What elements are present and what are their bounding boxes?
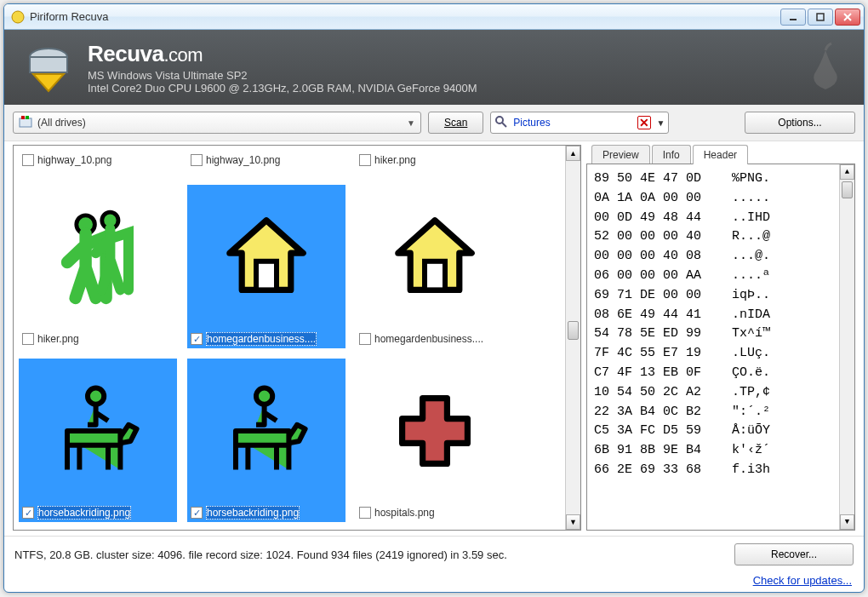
file-thumbnail[interactable]: hospitals.png xyxy=(356,359,514,522)
file-thumbnail[interactable]: hiker.png xyxy=(19,185,177,348)
hex-line: 66 2E 69 33 68 f.i3h xyxy=(594,461,848,480)
scroll-track[interactable] xyxy=(840,180,854,514)
scroll-thumb[interactable] xyxy=(842,181,853,198)
drive-icon xyxy=(19,115,32,131)
close-button[interactable] xyxy=(835,9,860,26)
hex-line: C7 4F 13 EB 0F ÇO.ë. xyxy=(594,364,848,383)
file-name: hiker.png xyxy=(374,154,416,166)
hex-viewer[interactable]: 89 50 4E 47 0D %PNG.0A 1A 0A 00 00 .....… xyxy=(586,164,855,531)
file-checkbox[interactable] xyxy=(191,154,203,166)
svg-rect-7 xyxy=(20,118,31,127)
file-label: ✓ homegardenbusiness.... xyxy=(187,330,345,348)
check-updates-link[interactable]: Check for updates... xyxy=(753,574,852,587)
thumbnail-image xyxy=(356,359,514,503)
file-thumbnail[interactable]: ✓ homegardenbusiness.... xyxy=(187,185,345,348)
scroll-thumb[interactable] xyxy=(568,321,579,340)
file-checkbox[interactable] xyxy=(22,333,34,345)
hex-line: 89 50 4E 47 0D %PNG. xyxy=(594,169,848,189)
file-label: ✓ horsebackriding.png xyxy=(187,503,345,522)
hex-line: 7F 4C 55 E7 19 .LUç. xyxy=(594,344,848,364)
file-name: hiker.png xyxy=(37,333,79,345)
scroll-down-button[interactable]: ▼ xyxy=(566,514,580,530)
results-panel: highway_10.png highway_10.png hiker.png … xyxy=(13,145,581,531)
file-name: horsebackriding.png xyxy=(206,506,300,520)
search-icon xyxy=(494,115,508,131)
file-thumbnail[interactable]: ✓ horsebackriding.png xyxy=(19,359,177,522)
app-window: Piriform Recuva Recuva.com MS Windows Vi… xyxy=(3,3,865,593)
file-thumbnail[interactable]: hiker.png xyxy=(356,151,514,175)
clear-filter-icon[interactable]: ✕ xyxy=(637,116,651,129)
scan-button[interactable]: Scan xyxy=(428,112,483,134)
toolbar: (All drives) ▼ Scan Pictures ✕ ▼ Options… xyxy=(4,105,864,141)
file-name: highway_10.png xyxy=(37,154,111,166)
detail-panel: Preview Info Header 89 50 4E 47 0D %PNG.… xyxy=(586,145,855,531)
file-thumbnail[interactable]: ✓ horsebackriding.png xyxy=(187,359,345,522)
hex-line: 69 71 DE 00 00 iqÞ.. xyxy=(594,286,848,306)
svg-rect-8 xyxy=(21,116,25,119)
file-name: highway_10.png xyxy=(206,154,280,166)
hex-line: 54 78 5E ED 99 Tx^í™ xyxy=(594,324,848,344)
scrollbar[interactable]: ▲ ▼ xyxy=(565,146,580,530)
svg-rect-6 xyxy=(30,57,67,72)
file-label: hospitals.png xyxy=(356,503,514,522)
file-checkbox[interactable]: ✓ xyxy=(22,507,34,519)
file-name: hospitals.png xyxy=(374,507,435,519)
file-name: horsebackriding.png xyxy=(37,506,131,520)
main-area: highway_10.png highway_10.png hiker.png … xyxy=(4,141,864,536)
thumbnail-image xyxy=(187,359,345,503)
title-bar: Piriform Recuva xyxy=(4,4,864,30)
svg-rect-9 xyxy=(26,116,29,119)
hex-scrollbar[interactable]: ▲ ▼ xyxy=(839,164,854,530)
file-checkbox[interactable] xyxy=(22,154,34,166)
minimize-button[interactable] xyxy=(780,9,806,26)
svg-point-0 xyxy=(12,11,24,23)
maximize-button[interactable] xyxy=(808,9,833,26)
file-checkbox[interactable]: ✓ xyxy=(191,333,203,345)
drive-label: (All drives) xyxy=(37,117,407,129)
piriform-pear-icon xyxy=(804,42,847,93)
chevron-down-icon[interactable]: ▼ xyxy=(656,118,665,128)
detail-tabs: Preview Info Header xyxy=(586,145,855,164)
hex-line: 0A 1A 0A 00 00 ..... xyxy=(594,189,848,209)
thumbnail-grid[interactable]: highway_10.png highway_10.png hiker.png … xyxy=(14,146,580,530)
file-label: hiker.png xyxy=(356,151,514,169)
options-button[interactable]: Options... xyxy=(745,112,855,134)
hex-line: 6B 91 8B 9E B4 k'‹ž´ xyxy=(594,441,848,461)
file-label: highway_10.png xyxy=(187,151,345,169)
file-checkbox[interactable] xyxy=(359,154,371,166)
brand-name: Recuva xyxy=(88,41,164,66)
file-checkbox[interactable]: ✓ xyxy=(191,507,203,519)
tab-header[interactable]: Header xyxy=(693,145,748,164)
chevron-down-icon: ▼ xyxy=(407,118,415,128)
filter-box[interactable]: Pictures ✕ ▼ xyxy=(490,112,669,134)
drive-selector[interactable]: (All drives) ▼ xyxy=(13,112,421,134)
tab-preview[interactable]: Preview xyxy=(591,145,650,164)
file-checkbox[interactable] xyxy=(359,333,371,345)
hex-line: 00 0D 49 48 44 ..IHD xyxy=(594,209,848,228)
window-title: Piriform Recuva xyxy=(30,10,780,23)
file-label: highway_10.png xyxy=(19,151,177,169)
tab-info[interactable]: Info xyxy=(652,145,691,164)
scroll-up-button[interactable]: ▲ xyxy=(566,146,580,161)
hex-line: C5 3A FC D5 59 Å:üÕY xyxy=(594,422,848,441)
file-thumbnail[interactable]: highway_10.png xyxy=(19,151,177,175)
scroll-down-button[interactable]: ▼ xyxy=(840,514,854,530)
filter-label: Pictures xyxy=(513,117,632,129)
system-os: MS Windows Vista Ultimate SP2 xyxy=(88,69,477,82)
thumbnail-image xyxy=(19,185,177,330)
recover-button[interactable]: Recover... xyxy=(734,543,854,565)
file-thumbnail[interactable]: highway_10.png xyxy=(187,151,345,175)
file-checkbox[interactable] xyxy=(359,507,371,519)
svg-rect-2 xyxy=(817,14,824,20)
hex-line: 22 3A B4 0C B2 ":´.² xyxy=(594,403,848,422)
scroll-up-button[interactable]: ▲ xyxy=(840,164,854,180)
file-label: homegardenbusiness.... xyxy=(356,330,514,348)
file-name: homegardenbusiness.... xyxy=(206,332,317,346)
window-controls xyxy=(780,9,860,26)
file-thumbnail[interactable]: homegardenbusiness.... xyxy=(356,185,514,348)
recuva-logo-icon xyxy=(21,40,76,95)
hex-line: 52 00 00 00 40 R...@ xyxy=(594,227,848,247)
app-icon xyxy=(11,10,25,24)
scroll-track[interactable] xyxy=(566,161,580,514)
file-name: homegardenbusiness.... xyxy=(374,333,483,345)
